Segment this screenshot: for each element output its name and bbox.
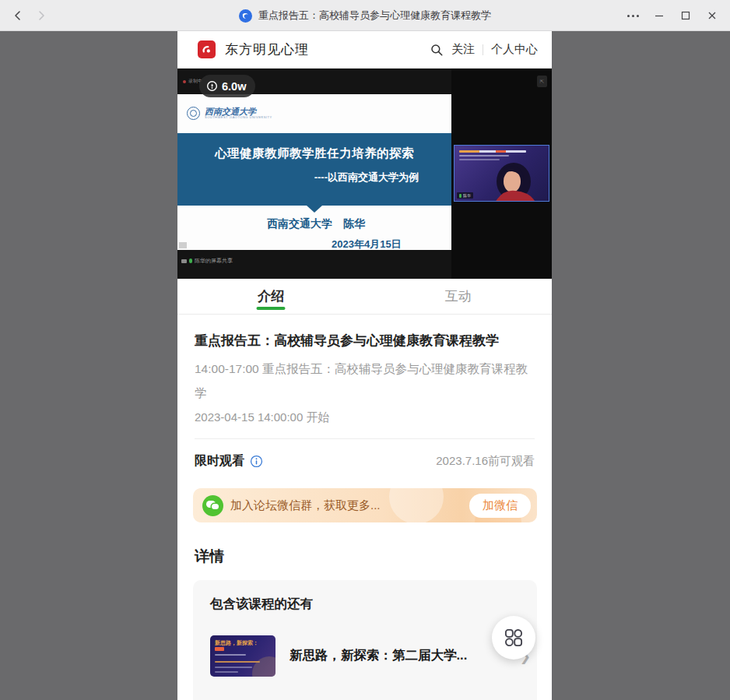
minimize-icon bbox=[655, 11, 664, 20]
thumbnail-title: 新思路，新探索： bbox=[215, 639, 258, 647]
window-title: 重点报告五：高校辅导员参与心理健康教育课程教学 bbox=[258, 9, 491, 23]
back-button[interactable] bbox=[6, 4, 30, 27]
limited-watch-label: 限时观看 bbox=[195, 453, 244, 470]
presenter-camera: 陈华 bbox=[454, 145, 549, 202]
more-menu-button[interactable] bbox=[619, 0, 646, 31]
watch-deadline: 2023.7.16前可观看 bbox=[436, 454, 535, 469]
clover-menu-icon bbox=[503, 627, 525, 649]
close-icon bbox=[707, 11, 717, 20]
university-caption: SOUTHWEST JIAOTONG UNIVERSITY bbox=[205, 115, 272, 119]
university-logo: 西南交通大学 SOUTHWEST JIAOTONG UNIVERSITY bbox=[187, 107, 272, 120]
tab-interact[interactable]: 互动 bbox=[365, 279, 553, 314]
video-corner-tool-icon[interactable]: ⇱ bbox=[537, 76, 547, 87]
browser-window: 重点报告五：高校辅导员参与心理健康教育课程教学 东方明见心理 bbox=[0, 0, 730, 700]
page-background: 东方明见心理 关注 个人中心 西南交通大学 bbox=[0, 31, 730, 700]
mic-icon bbox=[459, 194, 462, 198]
info-icon[interactable] bbox=[250, 455, 263, 468]
content-column: 东方明见心理 关注 个人中心 西南交通大学 bbox=[177, 31, 552, 700]
presentation-slide: 西南交通大学 SOUTHWEST JIAOTONG UNIVERSITY 心理健… bbox=[177, 94, 451, 250]
titlebar: 重点报告五：高校辅导员参与心理健康教育课程教学 bbox=[0, 0, 730, 31]
limited-watch-row: 限时观看 2023.7.16前可观看 bbox=[195, 452, 535, 470]
slide-title-band: 心理健康教师教学胜任力培养的探索 ----以西南交通大学为例 bbox=[177, 133, 451, 206]
header-divider bbox=[483, 44, 483, 55]
profile-center-link[interactable]: 个人中心 bbox=[491, 42, 538, 57]
slide-presenter-line: 西南交通大学 陈华 bbox=[267, 217, 365, 231]
chevron-left-icon bbox=[12, 10, 23, 21]
course-start-time: 2023-04-15 14:00:00 开始 bbox=[195, 410, 329, 425]
minimize-button[interactable] bbox=[646, 0, 672, 31]
views-icon bbox=[206, 80, 218, 92]
camera-name-tag: 陈华 bbox=[457, 192, 473, 199]
related-card-heading: 包含该课程的还有 bbox=[210, 596, 313, 613]
site-header: 东方明见心理 关注 个人中心 bbox=[177, 31, 552, 69]
course-title: 重点报告五：高校辅导员参与心理健康教育课程教学 bbox=[195, 332, 537, 350]
view-count: 6.0w bbox=[222, 80, 246, 93]
mic-icon bbox=[189, 259, 192, 263]
floating-menu-button[interactable] bbox=[492, 616, 535, 660]
follow-link[interactable]: 关注 bbox=[451, 42, 475, 57]
chevron-right-icon bbox=[36, 10, 47, 21]
related-course-title: 新思路，新探索：第二届大学... bbox=[290, 647, 467, 664]
related-course-item[interactable]: 新思路，新探索： 新思路，新探索：第二届大学... ❯ bbox=[210, 633, 521, 678]
brand-logo-icon bbox=[198, 40, 216, 58]
maximize-icon bbox=[681, 11, 690, 20]
section-divider bbox=[195, 438, 535, 439]
slide-subtitle: ----以西南交通大学为例 bbox=[314, 171, 419, 185]
add-wechat-button[interactable]: 加微信 bbox=[469, 494, 531, 518]
screen-share-label: 陈华的屏幕共享 bbox=[181, 257, 233, 265]
details-heading: 详情 bbox=[195, 547, 224, 567]
course-schedule: 14:00-17:00 重点报告五：高校辅导员参与心理健康教育课程教学 bbox=[195, 357, 539, 405]
ellipsis-icon bbox=[627, 15, 639, 17]
video-player[interactable]: 西南交通大学 SOUTHWEST JIAOTONG UNIVERSITY 心理健… bbox=[177, 69, 552, 279]
forward-button[interactable] bbox=[30, 4, 53, 27]
related-course-thumbnail: 新思路，新探索： bbox=[210, 635, 276, 677]
search-icon[interactable] bbox=[430, 43, 444, 57]
presenter-name: 陈华 bbox=[463, 193, 471, 198]
site-favicon-icon bbox=[239, 9, 252, 23]
wechat-banner-text: 加入论坛微信群，获取更多... bbox=[230, 498, 381, 513]
slide-title: 心理健康教师教学胜任力培养的探索 bbox=[177, 146, 451, 162]
screen-icon bbox=[181, 259, 187, 263]
wechat-group-banner[interactable]: 加入论坛微信群，获取更多... 加微信 bbox=[193, 488, 537, 522]
wechat-icon bbox=[202, 495, 223, 516]
close-button[interactable] bbox=[699, 0, 725, 31]
brand-name: 东方明见心理 bbox=[225, 40, 309, 58]
university-name: 西南交通大学 bbox=[205, 107, 272, 115]
view-count-badge: 6.0w bbox=[199, 75, 255, 97]
slide-date-line: 2023年4月15日 bbox=[332, 237, 402, 252]
recording-dot-icon bbox=[183, 80, 186, 83]
thumbnail-badge bbox=[215, 647, 224, 651]
window-controls bbox=[619, 0, 725, 31]
tab-intro[interactable]: 介绍 bbox=[177, 279, 365, 314]
maximize-button[interactable] bbox=[672, 0, 699, 31]
university-emblem-icon bbox=[187, 107, 200, 120]
slide-corner-artifact bbox=[179, 242, 187, 248]
tab-bar: 介绍 互动 bbox=[177, 279, 552, 315]
related-courses-card: 包含该课程的还有 新思路，新探索： 新思路，新探索：第二届大学... ❯ bbox=[193, 580, 537, 700]
